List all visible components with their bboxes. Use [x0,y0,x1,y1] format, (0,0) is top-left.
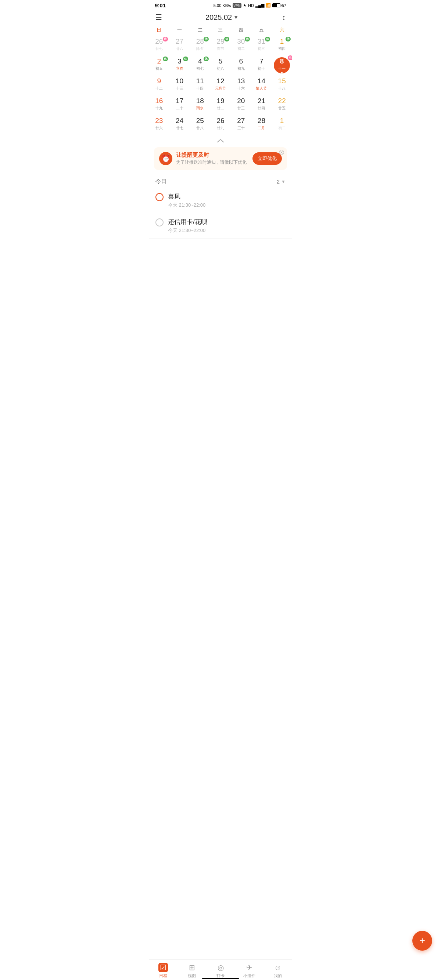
xiu-badge-30jan: 休 [245,37,250,41]
day-25-feb[interactable]: 25 廿八 [190,116,210,135]
day-15-feb[interactable]: 15 十八 [272,76,292,96]
day-31-jan[interactable]: 休 31 初三 [251,37,272,56]
day-1-feb[interactable]: 休 1 初四 [272,37,292,56]
day-6-feb[interactable]: 6 初九 [231,56,251,76]
day-7-feb[interactable]: 7 初十 [251,56,272,76]
today-task-count: 2 [277,178,280,185]
day-14-feb[interactable]: 14 情人节 [251,76,272,96]
status-bar: 9:01 5.00 KB/s VPN ★ HD ▂▄▆ 📶 57 [149,0,292,10]
day-20-feb[interactable]: 20 廿三 [231,96,251,116]
calendar-month-title: 2025.02 [205,13,232,22]
sort-button[interactable]: ↕ [282,13,286,22]
xiu-badge-31jan: 休 [265,37,270,41]
day-13-feb[interactable]: 13 十六 [231,76,251,96]
today-section-chevron: ▼ [281,179,286,184]
notification-banner: ⓧ ⏰ 让提醒更及时 为了让推送准时通知，请做以下优化 立即优化 [154,147,287,170]
header-title-area[interactable]: 2025.02 ▼ [205,13,238,22]
day-22-feb[interactable]: 22 廿五 [272,96,292,116]
vpn-badge: VPN [233,3,242,8]
task-info-creditcard: 还信用卡/花呗 今天 21:30~22:00 [168,218,207,234]
task-name-xifeng: 喜凤 [168,192,205,201]
notification-title: 让提醒更及时 [176,151,249,159]
ban-badge-26jan: 班 [163,37,168,41]
day-26-feb[interactable]: 26 廿九 [210,116,231,135]
network-icon: HD [248,3,254,8]
task-check-creditcard[interactable] [155,218,163,226]
notification-desc: 为了让推送准时通知，请做以下优化 [176,159,249,165]
month-dropdown-arrow: ▼ [233,14,238,20]
xiu-badge-3feb: 休 [183,57,188,61]
day-1-mar[interactable]: 1 初二 [272,116,292,135]
day-16-feb[interactable]: 16 十九 [149,96,169,116]
day-30-jan[interactable]: 休 30 初二 [231,37,251,56]
notification-close-button[interactable]: ⓧ [279,150,284,156]
weekday-header: 日 一 二 三 四 五 六 [149,24,292,36]
xiu-badge-2feb: 休 [163,57,168,61]
weekday-fri: 五 [251,26,272,34]
signal-icon: ▂▄▆ [256,3,264,8]
day-21-feb[interactable]: 21 廿四 [251,96,272,116]
weekday-tue: 二 [190,26,210,34]
day-10-feb[interactable]: 10 十三 [169,76,190,96]
xiu-badge-4feb: 休 [204,57,209,61]
task-item-creditcard[interactable]: 还信用卡/花呗 今天 21:30~22:00 [149,213,292,239]
day-28-feb[interactable]: 28 二月 [251,116,272,135]
battery-icon [272,3,280,7]
notification-optimize-button[interactable]: 立即优化 [252,152,282,165]
collapse-arrow[interactable] [149,136,292,143]
today-ban-badge: 班 [288,56,292,60]
xiu-badge-28jan: 休 [204,37,209,41]
day-17-feb[interactable]: 17 二十 [169,96,190,116]
network-speed: 5.00 KB/s [214,3,231,8]
day-2-feb[interactable]: 休 2 初五 [149,56,169,76]
weekday-mon: 一 [169,26,190,34]
day-12-feb[interactable]: 12 元宵节 [210,76,231,96]
day-27-feb[interactable]: 27 三十 [231,116,251,135]
app-header: ☰ 2025.02 ▼ ↕ [149,10,292,24]
day-11-feb[interactable]: 11 十四 [190,76,210,96]
day-8-feb-today[interactable]: 班 8 十一 [272,56,292,76]
task-time-creditcard: 今天 21:30~22:00 [168,227,207,234]
day-9-feb[interactable]: 9 十二 [149,76,169,96]
weekday-wed: 三 [210,26,231,34]
xiu-badge-29jan: 休 [224,37,229,41]
weekday-thu: 四 [231,26,251,34]
day-3-feb[interactable]: 休 3 立春 [169,56,190,76]
battery-level: 57 [282,3,286,8]
xiu-badge-1feb: 休 [286,37,291,41]
bluetooth-icon: ★ [243,3,247,8]
task-time-xifeng: 今天 21:30~22:00 [168,202,205,208]
day-28-jan[interactable]: 休 28 除夕 [190,37,210,56]
day-18-feb[interactable]: 18 雨水 [190,96,210,116]
day-4-feb[interactable]: 休 4 初七 [190,56,210,76]
task-item-xifeng[interactable]: 喜凤 今天 21:30~22:00 [149,188,292,213]
day-24-feb[interactable]: 24 廿七 [169,116,190,135]
day-29-jan[interactable]: 休 29 春节 [210,37,231,56]
status-right: 5.00 KB/s VPN ★ HD ▂▄▆ 📶 57 [214,3,286,8]
menu-button[interactable]: ☰ [155,13,162,22]
notification-text: 让提醒更及时 为了让推送准时通知，请做以下优化 [176,151,249,165]
day-23-feb[interactable]: 23 廿六 [149,116,169,135]
today-section-label: 今日 [155,178,166,185]
calendar-grid: 班 26 廿七 27 廿八 休 28 除夕 休 29 春节 休 30 初二 休 … [149,36,292,136]
day-19-feb[interactable]: 19 廿二 [210,96,231,116]
wifi-icon: 📶 [266,3,271,8]
task-name-creditcard: 还信用卡/花呗 [168,218,207,226]
notification-icon: ⏰ [159,152,173,165]
weekday-sun: 日 [149,26,169,34]
weekday-sat: 六 [272,26,292,34]
task-info-xifeng: 喜凤 今天 21:30~22:00 [168,192,205,208]
task-check-xifeng[interactable] [155,193,163,201]
day-5-feb[interactable]: 5 初八 [210,56,231,76]
today-section-header: 今日 2 ▼ [149,173,292,188]
today-dot [281,72,283,73]
status-time: 9:01 [155,2,166,8]
today-count-area[interactable]: 2 ▼ [277,178,286,185]
day-27-jan[interactable]: 27 廿八 [169,37,190,56]
day-26-jan[interactable]: 班 26 廿七 [149,37,169,56]
